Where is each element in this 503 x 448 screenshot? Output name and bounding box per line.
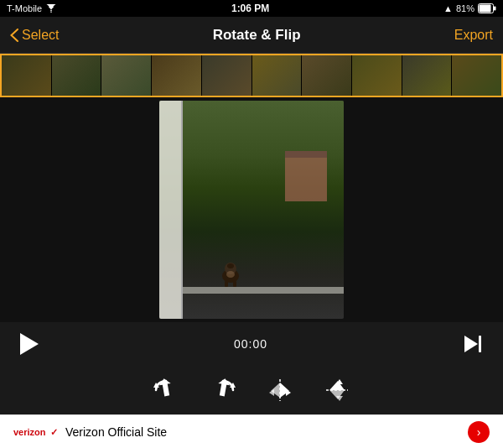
back-button[interactable]: Select <box>10 28 59 43</box>
page-title: Rotate & Flip <box>213 27 301 44</box>
film-frame[interactable] <box>152 55 202 96</box>
fence <box>183 287 344 294</box>
transform-bar <box>0 366 503 414</box>
film-frame[interactable] <box>252 55 303 96</box>
rotate-right-icon <box>208 375 238 405</box>
film-frame[interactable] <box>101 55 152 96</box>
ad-arrow-button[interactable]: › <box>468 421 490 443</box>
filmstrip[interactable] <box>0 54 503 97</box>
gps-icon: ▲ <box>443 3 453 13</box>
back-label: Select <box>22 28 59 43</box>
svg-marker-14 <box>158 378 173 397</box>
video-area <box>0 97 503 322</box>
svg-rect-3 <box>494 7 496 11</box>
svg-rect-2 <box>480 5 491 13</box>
time-counter: 00:00 <box>234 337 267 351</box>
film-frame[interactable] <box>52 55 102 96</box>
chevron-right-icon: › <box>477 425 481 439</box>
svg-rect-7 <box>225 281 228 287</box>
battery-percent: 81% <box>456 3 474 13</box>
svg-marker-19 <box>280 383 289 398</box>
time-display: 1:06 PM <box>231 3 269 14</box>
film-frame[interactable] <box>352 55 402 96</box>
verizon-logo: verizon ✓ <box>13 424 57 440</box>
video-scene <box>159 101 344 319</box>
shed <box>285 151 327 201</box>
nav-bar: Select Rotate & Flip Export <box>0 17 503 54</box>
film-frame[interactable] <box>202 55 252 96</box>
video-frame <box>159 101 344 319</box>
ad-text: Verizon Official Site <box>65 425 167 439</box>
ad-left-section: verizon ✓ Verizon Official Site <box>13 424 167 440</box>
svg-marker-24 <box>329 390 345 399</box>
dog <box>218 258 243 287</box>
play-button[interactable] <box>20 333 39 355</box>
film-frame[interactable] <box>402 55 453 96</box>
svg-point-0 <box>50 11 52 13</box>
rotate-right-button[interactable] <box>208 375 238 405</box>
carrier-label: T-Mobile <box>7 3 42 13</box>
controls-bar: 00:00 <box>0 322 503 366</box>
svg-marker-18 <box>271 383 280 398</box>
svg-marker-16 <box>216 378 231 397</box>
svg-point-9 <box>226 271 235 278</box>
export-button[interactable]: Export <box>454 28 493 43</box>
svg-marker-23 <box>329 381 345 390</box>
svg-text:verizon: verizon <box>13 427 46 437</box>
window-frame <box>159 101 183 319</box>
film-frame[interactable] <box>302 55 352 96</box>
status-left: T-Mobile <box>7 3 57 13</box>
ad-banner[interactable]: verizon ✓ Verizon Official Site › <box>0 414 503 448</box>
flip-vertical-button[interactable] <box>322 375 352 405</box>
film-frame[interactable] <box>2 55 52 96</box>
film-frame[interactable] <box>452 55 501 96</box>
svg-marker-10 <box>20 333 39 355</box>
svg-rect-8 <box>233 281 236 287</box>
flip-horizontal-icon <box>265 375 295 405</box>
flip-horizontal-button[interactable] <box>265 375 295 405</box>
svg-rect-12 <box>479 336 481 352</box>
filmstrip-frames <box>2 55 501 96</box>
svg-point-6 <box>227 263 234 268</box>
svg-text:✓: ✓ <box>50 427 57 437</box>
rotate-left-icon <box>151 375 181 405</box>
flip-vertical-icon <box>322 375 352 405</box>
skip-to-end-button[interactable] <box>463 334 483 354</box>
rotate-left-button[interactable] <box>151 375 181 405</box>
svg-marker-11 <box>464 336 478 352</box>
battery-icon <box>478 3 496 13</box>
status-bar: T-Mobile 1:06 PM ▲ 81% <box>0 0 503 17</box>
status-right: ▲ 81% <box>443 3 496 13</box>
wifi-icon <box>45 4 57 13</box>
